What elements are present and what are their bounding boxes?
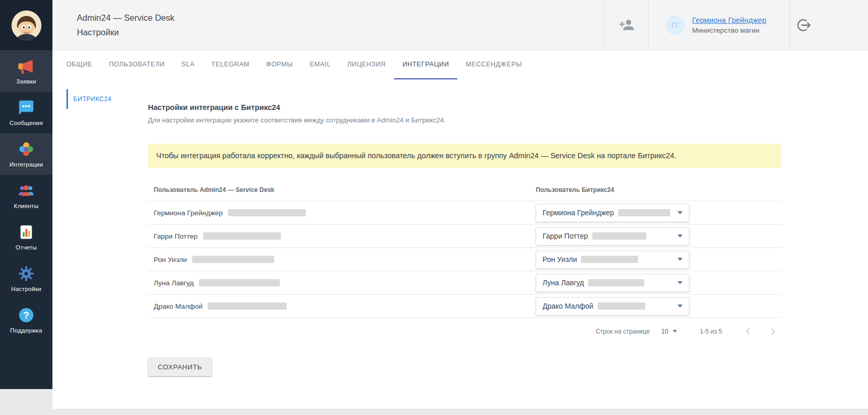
header-actions: ГГ Гермиона Грейнджер Министерство магии — [604, 0, 868, 50]
tab-messendzhery[interactable]: МЕССЕНДЖЕРЫ — [457, 50, 531, 79]
bitrix24-user-cell: Драко Малфой — [536, 297, 781, 315]
sidebar-menu: Заявки Сообщения — [0, 50, 52, 341]
sidebar-item-integracii[interactable]: Интеграции — [0, 133, 52, 175]
save-button[interactable]: СОХРАНИТЬ — [148, 357, 212, 376]
sidebar-item-zayavki[interactable]: Заявки — [0, 50, 52, 92]
bitrix24-user-cell: Гермиона Грейнджер — [536, 204, 781, 222]
tab-obshchie[interactable]: ОБЩИЕ — [58, 50, 101, 79]
rows-per-page-select[interactable]: 10 — [661, 328, 677, 335]
redacted-text — [228, 209, 306, 216]
redacted-text — [203, 232, 281, 240]
redacted-text — [588, 279, 644, 286]
table-row: Рон Уизли Рон Уизли — [148, 247, 781, 271]
settings-tabs: ОБЩИЕ ПОЛЬЗОВАТЕЛИ SLA TELEGRAM ФОРМЫ EM… — [52, 50, 868, 79]
people-group-icon — [18, 182, 35, 199]
bitrix24-user-select[interactable]: Луна Лавгуд — [536, 274, 689, 292]
sidebar-item-nastroyki[interactable]: Настройки — [0, 258, 52, 299]
integrations-pinwheel-icon — [18, 141, 35, 158]
sidebar-item-klienty[interactable]: Клиенты — [0, 175, 52, 216]
megaphone-icon — [18, 58, 35, 75]
table-row: Драко Малфой Драко Малфой — [148, 294, 781, 317]
tab-sla[interactable]: SLA — [173, 50, 203, 79]
user-mapping-table: Пользователь Admin24 — Service Desk Поль… — [148, 178, 781, 344]
tab-polzovateli[interactable]: ПОЛЬЗОВАТЕЛИ — [101, 50, 173, 79]
bitrix24-user-select[interactable]: Гарри Поттер — [536, 227, 689, 245]
redacted-text — [192, 256, 274, 263]
selected-bitrix24-user: Гермиона Грейнджер — [542, 209, 614, 217]
bitrix24-user-select[interactable]: Драко Малфой — [536, 297, 689, 315]
selected-bitrix24-user: Луна Лавгуд — [542, 279, 584, 287]
chevron-down-icon — [677, 258, 683, 261]
person-add-icon — [619, 17, 634, 33]
app-window: Заявки Сообщения — [0, 0, 868, 415]
sidebar-item-otchety[interactable]: Отчеты — [0, 216, 52, 258]
logout-button[interactable] — [790, 0, 868, 50]
sidebar-item-label: Отчеты — [16, 244, 37, 251]
tab-licenziya[interactable]: ЛИЦЕНЗИЯ — [339, 50, 394, 79]
workspace-avatar[interactable] — [0, 0, 52, 50]
bitrix24-user-select[interactable]: Рон Уизли — [536, 251, 689, 269]
user-name-link[interactable]: Гермиона Грейнджер — [692, 16, 766, 24]
table-header-row: Пользователь Admin24 — Service Desk Поль… — [148, 178, 781, 201]
admin24-user-name: Гарри Поттер — [154, 232, 198, 240]
chevron-left-icon — [742, 326, 754, 337]
tab-formy[interactable]: ФОРМЫ — [258, 50, 302, 79]
chevron-down-icon — [677, 281, 683, 284]
column-header-admin24: Пользователь Admin24 — Service Desk — [148, 186, 536, 193]
gear-icon — [18, 265, 35, 282]
previous-page-button[interactable] — [740, 323, 756, 340]
page-title: Настройки — [77, 25, 174, 39]
bitrix24-user-cell: Луна Лавгуд — [536, 274, 781, 292]
redacted-text — [581, 256, 638, 263]
table-row: Луна Лавгуд Луна Лавгуд — [148, 271, 781, 294]
admin24-user-cell: Рон Уизли — [148, 256, 536, 264]
tab-email[interactable]: EMAIL — [301, 50, 339, 79]
next-page-button[interactable] — [765, 323, 781, 340]
header-titles: Admin24 — Service Desk Настройки — [77, 10, 174, 39]
tab-integracii[interactable]: ИНТЕГРАЦИИ — [394, 50, 457, 79]
admin24-user-name: Драко Малфой — [154, 302, 202, 310]
sidebar-item-soobshcheniya[interactable]: Сообщения — [0, 92, 52, 133]
bitrix24-user-cell: Гарри Поттер — [536, 227, 781, 245]
integrations-subnav: БИТРИКС24 — [66, 89, 148, 109]
tab-telegram[interactable]: TELEGRAM — [203, 50, 258, 79]
rows-per-page-label: Строк на странице — [595, 328, 649, 335]
admin24-user-cell: Драко Малфой — [148, 302, 536, 310]
svg-text:?: ? — [23, 310, 29, 321]
content-body: БИТРИКС24 Настройки интеграции с Битрикс… — [52, 88, 868, 376]
sidebar-item-label: Клиенты — [14, 203, 39, 209]
admin24-user-cell: Гарри Поттер — [148, 232, 536, 240]
admin24-user-cell: Луна Лавгуд — [148, 279, 536, 287]
bar-chart-icon — [18, 224, 35, 241]
sidebar-item-label: Настройки — [11, 286, 41, 292]
admin24-user-cell: Гермиона Грейнджер — [148, 209, 536, 217]
chevron-right-icon — [767, 326, 779, 337]
sidebar: Заявки Сообщения — [0, 0, 52, 389]
chat-bubble-icon — [18, 99, 35, 116]
redacted-text — [598, 302, 645, 310]
chevron-down-icon — [677, 234, 683, 238]
add-user-button[interactable] — [605, 0, 648, 50]
user-menu[interactable]: ГГ Гермиона Грейнджер Министерство магии — [648, 0, 790, 50]
admin24-user-name: Луна Лавгуд — [154, 279, 194, 287]
admin24-user-name: Гермиона Грейнджер — [154, 209, 223, 217]
sidebar-item-label: Сообщения — [9, 120, 43, 126]
subnav-item-bitrix24[interactable]: БИТРИКС24 — [66, 89, 148, 109]
sidebar-item-label: Заявки — [16, 78, 36, 85]
logout-icon — [795, 17, 811, 33]
bitrix24-settings-panel: Настройки интеграции с Битрикс24 Для нас… — [148, 88, 781, 376]
user-initials-avatar: ГГ — [666, 16, 685, 35]
bitrix24-user-select[interactable]: Гермиона Грейнджер — [536, 204, 689, 222]
sidebar-item-podderzhka[interactable]: ? Поддержка — [0, 299, 52, 341]
pagination: Строк на странице 10 1-5 из 5 — [148, 317, 781, 344]
rows-per-page-value: 10 — [661, 328, 668, 335]
redacted-text — [208, 302, 287, 310]
app-title: Admin24 — Service Desk — [77, 10, 174, 25]
sidebar-item-label: Интеграции — [9, 161, 43, 168]
table-row: Гарри Поттер Гарри Поттер — [148, 224, 781, 247]
pagination-range: 1-5 из 5 — [700, 328, 722, 335]
chevron-down-icon — [677, 211, 683, 214]
notice-banner: Чтобы интеграция работала корректно, каж… — [148, 144, 781, 168]
section-description: Для настройки интеграции укажите соответ… — [148, 116, 781, 124]
header: Admin24 — Service Desk Настройки ГГ Герм… — [52, 0, 868, 50]
